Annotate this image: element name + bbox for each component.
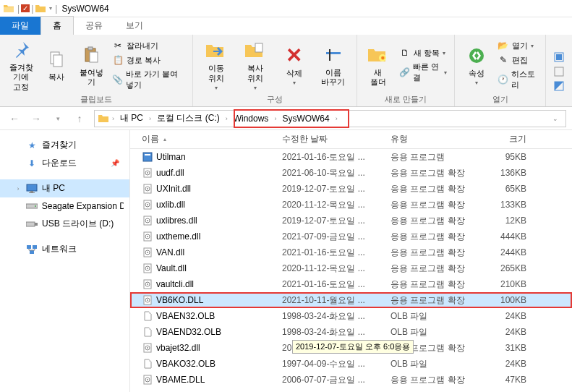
file-pane: 이름▴ 수정한 날짜 유형 크기 Utilman2021-01-16-토요일 .… bbox=[130, 130, 572, 392]
chevron-down-icon: ▾ bbox=[215, 85, 218, 91]
move-icon bbox=[205, 39, 228, 62]
up-button[interactable]: ↑ bbox=[71, 110, 88, 127]
file-icon bbox=[142, 294, 153, 306]
easy-access-button[interactable]: 🔗빠른 연결 ▾ bbox=[398, 61, 448, 84]
tab-file[interactable]: 파일 bbox=[0, 17, 40, 35]
file-size: 24KB bbox=[485, 311, 535, 321]
back-button[interactable]: ← bbox=[6, 110, 23, 127]
tab-view[interactable]: 보기 bbox=[114, 17, 155, 35]
table-row[interactable]: VAN.dll2021-01-16-토요일 ...응용 프로그램 확장244KB bbox=[130, 244, 572, 260]
file-size: 12KB bbox=[485, 216, 535, 226]
sidebar-favorites[interactable]: ★ 즐겨찾기 bbox=[0, 136, 129, 154]
table-row[interactable]: VB6KO.DLL2021-10-11-월요일 ...응용 프로그램 확장100… bbox=[130, 292, 572, 308]
breadcrumb-segment[interactable]: SysWOW64 bbox=[279, 112, 332, 125]
select-all-button[interactable] bbox=[552, 51, 566, 64]
breadcrumb-dropdown[interactable]: ⌄ bbox=[548, 115, 563, 122]
pin-button[interactable]: 즐겨찾기에 고정 bbox=[6, 38, 36, 92]
table-row[interactable]: uudf.dll2021-06-10-목요일 ...응용 프로그램 확장136K… bbox=[130, 165, 572, 181]
rename-button[interactable]: 이름 바꾸기 bbox=[316, 43, 351, 87]
easy-access-icon: 🔗 bbox=[399, 67, 410, 78]
sidebar-this-pc[interactable]: › 내 PC bbox=[0, 179, 129, 197]
table-row[interactable]: VBAME.DLL2006-07-07-금요일 ...응용 프로그램 확장47K… bbox=[130, 372, 572, 388]
history-button[interactable]: 🕐히스토리 bbox=[496, 68, 539, 91]
star-icon: ★ bbox=[26, 140, 38, 151]
file-date: 1998-03-24-화요일 ... bbox=[282, 326, 390, 338]
table-row[interactable]: VBAKO32.OLB1997-04-09-수요일 ...OLB 파일24KB bbox=[130, 356, 572, 372]
sidebar-seagate[interactable]: Seagate Expansion D bbox=[0, 197, 129, 215]
chevron-right-icon[interactable]: › bbox=[273, 115, 278, 122]
monitor-icon bbox=[26, 183, 38, 195]
copy-to-button[interactable]: 복사 위치 ▾ bbox=[238, 39, 273, 90]
move-to-button[interactable]: 이동 위치 ▾ bbox=[199, 39, 234, 90]
table-row[interactable]: uxlibres.dll2019-12-07-토요일 ...응용 프로그램 확장… bbox=[130, 213, 572, 229]
svg-point-38 bbox=[147, 220, 148, 221]
svg-rect-6 bbox=[326, 52, 341, 54]
chevron-right-icon[interactable]: › bbox=[334, 115, 339, 122]
quick-access-check[interactable]: ✓ bbox=[21, 4, 30, 12]
delete-button[interactable]: ✕ 삭제 ▾ bbox=[277, 44, 312, 86]
tab-share[interactable]: 공유 bbox=[74, 17, 114, 35]
breadcrumb-segment[interactable]: 로컬 디스크 (C:) bbox=[154, 111, 223, 126]
table-row[interactable]: VBAEN32.OLB1998-03-24-화요일 ...OLB 파일24KB bbox=[130, 308, 572, 324]
file-icon bbox=[142, 247, 153, 258]
history-icon: 🕐 bbox=[498, 74, 508, 85]
file-date: 2006-07-07-금요일 ... bbox=[282, 374, 390, 386]
file-icon bbox=[142, 167, 153, 179]
breadcrumb[interactable]: › 내 PC › 로컬 디스크 (C:) › Windows › SysWOW6… bbox=[94, 110, 566, 127]
column-size[interactable]: 크기 bbox=[485, 133, 535, 145]
download-icon: ⬇ bbox=[26, 158, 38, 169]
chevron-right-icon[interactable]: › bbox=[148, 115, 153, 122]
chevron-right-icon[interactable]: › bbox=[224, 115, 229, 122]
column-date[interactable]: 수정한 날짜 bbox=[282, 133, 390, 145]
copy-path-button[interactable]: 📋경로 복사 bbox=[111, 54, 186, 67]
file-date: 2021-10-11-월요일 ... bbox=[282, 294, 390, 307]
copy-button[interactable]: 복사 bbox=[40, 48, 71, 82]
tab-home[interactable]: 홈 bbox=[40, 16, 74, 35]
file-type: 응용 프로그램 확장 bbox=[390, 199, 485, 211]
table-row[interactable]: vaultcli.dll2021-01-16-토요일 ...응용 프로그램 확장… bbox=[130, 276, 572, 292]
table-row[interactable]: UXInit.dll2019-12-07-토요일 ...응용 프로그램 확장65… bbox=[130, 181, 572, 197]
chevron-right-icon[interactable]: › bbox=[111, 115, 116, 122]
breadcrumb-segment[interactable]: 내 PC bbox=[117, 111, 146, 126]
file-size: 136KB bbox=[485, 168, 535, 178]
new-folder-button[interactable]: ✹ 새 폴더 bbox=[363, 43, 394, 87]
svg-point-35 bbox=[147, 204, 148, 205]
file-type: 응용 프로그램 확장 bbox=[390, 294, 485, 307]
table-row[interactable]: uxlib.dll2020-11-12-목요일 ...응용 프로그램 확장133… bbox=[130, 197, 572, 213]
table-row[interactable]: VBAEND32.OLB1998-03-24-화요일 ...OLB 파일24KB bbox=[130, 324, 572, 340]
forward-button[interactable]: → bbox=[27, 110, 45, 127]
table-row[interactable]: Utilman2021-01-16-토요일 ...응용 프로그램95KB bbox=[130, 149, 572, 165]
chevron-down-icon: ▾ bbox=[475, 80, 478, 86]
new-folder-icon: ✹ bbox=[367, 43, 390, 67]
column-name[interactable]: 이름▴ bbox=[130, 133, 282, 145]
new-item-button[interactable]: 🗋새 항목 ▾ bbox=[398, 46, 448, 59]
open-button[interactable]: 📂열기 ▾ bbox=[496, 39, 539, 52]
recent-button[interactable]: ▾ bbox=[49, 110, 67, 127]
file-name: UXInit.dll bbox=[156, 184, 191, 194]
ribbon-group-clipboard: 즐겨찾기에 고정 복사 붙여넣기 ✂잘라내기 📋경로 복사 📎바로 가기 붙여넣… bbox=[0, 35, 193, 106]
dropdown-icon[interactable]: ▾ bbox=[49, 5, 52, 12]
svg-rect-15 bbox=[27, 184, 37, 191]
paste-button[interactable]: 붙여넣기 bbox=[76, 43, 106, 87]
properties-button[interactable]: 속성 ▾ bbox=[461, 44, 492, 86]
file-name: Utilman bbox=[156, 152, 186, 162]
select-none-button[interactable] bbox=[552, 65, 566, 78]
select-invert-button[interactable] bbox=[552, 80, 566, 93]
sidebar-usb[interactable]: USB 드라이브 (D:) bbox=[0, 215, 129, 233]
sidebar-network[interactable]: 네트워크 bbox=[0, 240, 129, 258]
cut-button[interactable]: ✂잘라내기 bbox=[111, 39, 186, 52]
file-date: 2021-06-10-목요일 ... bbox=[282, 167, 390, 179]
edit-button[interactable]: ✎편집 bbox=[496, 54, 539, 67]
breadcrumb-segment[interactable]: Windows bbox=[231, 112, 272, 125]
table-row[interactable]: Vault.dll2020-11-12-목요일 ...응용 프로그램 확장265… bbox=[130, 260, 572, 276]
paste-shortcut-button[interactable]: 📎바로 가기 붙여넣기 bbox=[111, 68, 186, 91]
select-all-icon bbox=[553, 51, 565, 63]
file-type: OLB 파일 bbox=[390, 326, 485, 338]
column-type[interactable]: 유형 bbox=[390, 133, 485, 145]
select-invert-icon bbox=[553, 80, 565, 92]
file-date: 2021-01-16-토요일 ... bbox=[282, 278, 390, 291]
file-icon bbox=[142, 342, 153, 354]
ribbon-tabs: 파일 홈 공유 보기 bbox=[0, 17, 572, 35]
sidebar-downloads[interactable]: ⬇ 다운로드 📌 bbox=[0, 154, 129, 172]
table-row[interactable]: uxtheme.dll2021-07-09-금요일 ...응용 프로그램 확장4… bbox=[130, 229, 572, 244]
